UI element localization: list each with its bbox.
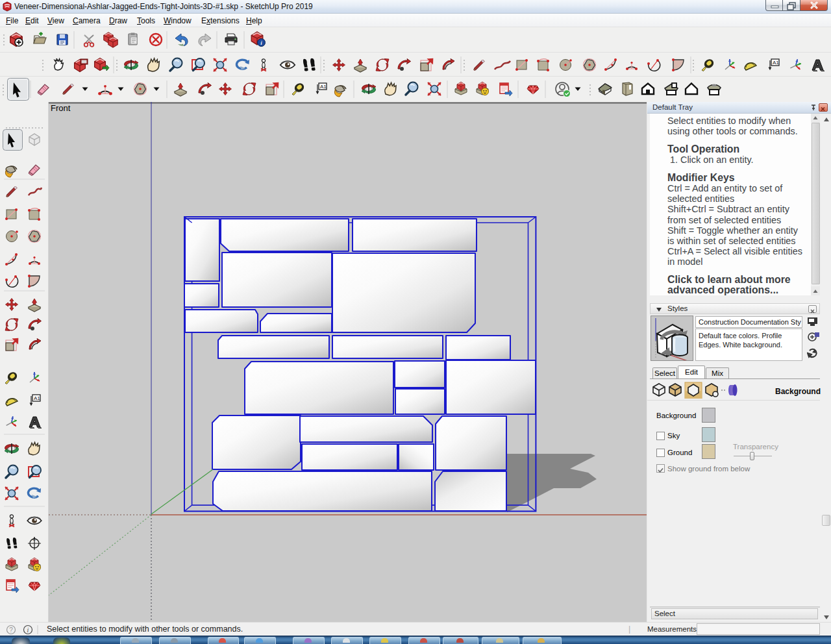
svg-text:i: i [27,626,29,634]
svg-text:?: ? [9,626,13,634]
svg-text:Front: Front [51,103,71,113]
